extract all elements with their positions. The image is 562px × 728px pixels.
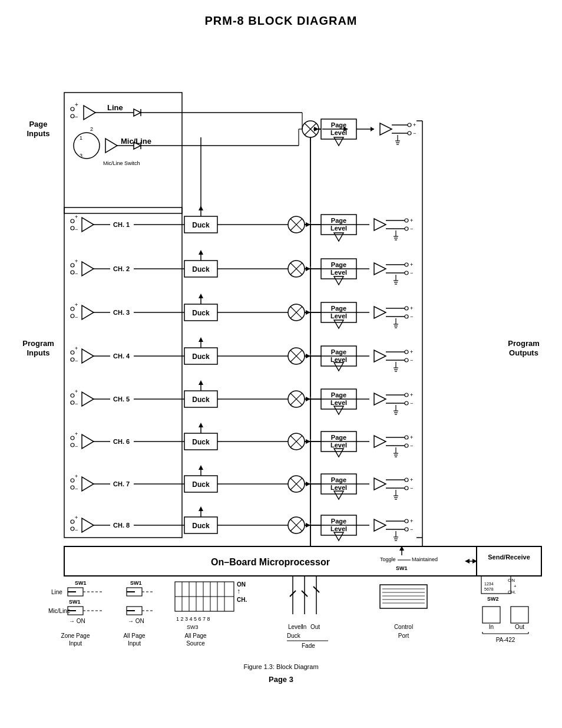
svg-text:Maintained: Maintained (412, 556, 438, 562)
svg-text:+: + (410, 305, 413, 311)
svg-text:Mic/Line: Mic/Line (48, 608, 71, 614)
svg-text:Duck: Duck (192, 396, 210, 404)
svg-text:Page: Page (331, 348, 346, 355)
svg-text:−: − (75, 401, 78, 407)
svg-text:+: + (75, 473, 78, 479)
svg-text:→ ON: → ON (69, 618, 85, 624)
svg-text:Inputs: Inputs (27, 129, 50, 138)
svg-text:SW1: SW1 (396, 565, 408, 571)
svg-text:CH. 1: CH. 1 (113, 221, 130, 228)
svg-text:Page: Page (331, 391, 346, 398)
svg-text:On–Board Microprocessor: On–Board Microprocessor (211, 557, 330, 567)
svg-text:Page: Page (331, 121, 346, 129)
svg-text:Input: Input (69, 640, 82, 647)
svg-text:Program: Program (508, 339, 539, 348)
page-number: Page 3 (0, 670, 562, 690)
svg-text:Duck: Duck (192, 353, 210, 361)
svg-text:CH. 2: CH. 2 (113, 265, 130, 272)
svg-text:+: + (410, 392, 413, 398)
svg-text:Duck: Duck (192, 522, 210, 530)
svg-text:Duck: Duck (192, 265, 210, 274)
figure-caption: Figure 1.3: Block Diagram (0, 661, 562, 670)
svg-text:ON: ON (508, 578, 515, 583)
svg-text:Level: Level (330, 356, 347, 363)
svg-text:−: − (75, 314, 78, 320)
svg-text:−: − (410, 400, 413, 406)
svg-text:CH. 5: CH. 5 (113, 396, 130, 403)
svg-text:Line: Line (107, 103, 123, 112)
svg-text:Inputs: Inputs (27, 348, 50, 357)
svg-text:+: + (75, 345, 78, 351)
svg-text:Out: Out (515, 624, 524, 630)
svg-text:−: − (410, 270, 413, 276)
svg-text:5678: 5678 (484, 587, 494, 591)
svg-text:→ ON: → ON (128, 618, 144, 624)
svg-text:Duck: Duck (192, 309, 210, 317)
svg-text:+: + (75, 302, 78, 308)
svg-text:+: + (75, 101, 78, 108)
svg-text:+: + (410, 218, 413, 223)
svg-text:−: − (75, 527, 78, 533)
svg-text:−: − (75, 443, 78, 449)
svg-text:CH. 7: CH. 7 (113, 480, 130, 487)
svg-text:Level: Level (330, 484, 347, 491)
svg-text:In: In (489, 624, 494, 630)
svg-text:1: 1 (80, 135, 82, 141)
svg-text:Page: Page (331, 476, 346, 483)
svg-text:Fade: Fade (302, 643, 315, 649)
svg-text:1234: 1234 (484, 582, 494, 586)
svg-text:Page: Page (29, 120, 47, 129)
svg-text:+: + (410, 477, 413, 483)
svg-text:Level: Level (330, 129, 347, 136)
svg-text:−: − (75, 271, 78, 276)
svg-text:−: − (75, 358, 78, 364)
svg-text:−: − (410, 314, 413, 319)
svg-text:Page: Page (331, 305, 346, 312)
svg-text:+: + (410, 518, 413, 524)
svg-text:+: + (75, 388, 78, 394)
svg-text:Page: Page (331, 217, 346, 224)
svg-text:+: + (413, 122, 416, 128)
svg-text:Duck: Duck (192, 480, 210, 489)
svg-text:Page: Page (331, 261, 346, 268)
svg-text:−: − (75, 486, 78, 492)
svg-text:PA-422: PA-422 (496, 637, 515, 643)
svg-text:Level: Level (330, 399, 347, 406)
svg-text:Page: Page (331, 518, 346, 525)
svg-text:Toggle: Toggle (380, 556, 396, 562)
svg-text:Input: Input (128, 640, 141, 647)
svg-text:CH. 8: CH. 8 (113, 522, 130, 529)
svg-text:+: + (75, 214, 78, 220)
svg-text:Program: Program (22, 339, 54, 348)
svg-text:Outputs: Outputs (509, 348, 538, 357)
svg-text:+: + (75, 431, 78, 437)
svg-text:Duck: Duck (287, 633, 301, 639)
svg-text:Mic/Line Switch: Mic/Line Switch (103, 160, 140, 166)
svg-text:Level: Level (330, 269, 347, 276)
svg-text:−: − (410, 443, 413, 449)
svg-text:+: + (75, 258, 78, 264)
svg-text:+: + (410, 434, 413, 440)
svg-text:CH.: CH. (508, 589, 516, 595)
svg-text:Level: Level (330, 225, 347, 232)
svg-text:CH. 3: CH. 3 (113, 309, 130, 316)
svg-text:SW2: SW2 (487, 596, 499, 602)
svg-text:Zone Page: Zone Page (61, 633, 90, 639)
svg-text:CH. 6: CH. 6 (113, 438, 130, 445)
svg-text:−: − (410, 357, 413, 363)
svg-text:Duck: Duck (192, 438, 210, 446)
svg-text:−: − (410, 485, 413, 491)
svg-text:Port: Port (398, 633, 409, 639)
svg-text:+: + (75, 515, 78, 521)
svg-text:CH. 4: CH. 4 (113, 353, 130, 360)
svg-text:Source: Source (186, 640, 205, 647)
svg-text:Mic/Line: Mic/Line (121, 137, 151, 146)
svg-text:Level: Level (330, 312, 347, 319)
svg-text:Level: Level (330, 525, 347, 532)
svg-text:Line: Line (51, 589, 62, 595)
svg-text:Page: Page (331, 434, 346, 441)
svg-text:−: − (413, 130, 416, 136)
svg-text:Duck: Duck (192, 221, 210, 229)
svg-text:2: 2 (90, 126, 93, 132)
svg-text:+: + (410, 262, 413, 268)
